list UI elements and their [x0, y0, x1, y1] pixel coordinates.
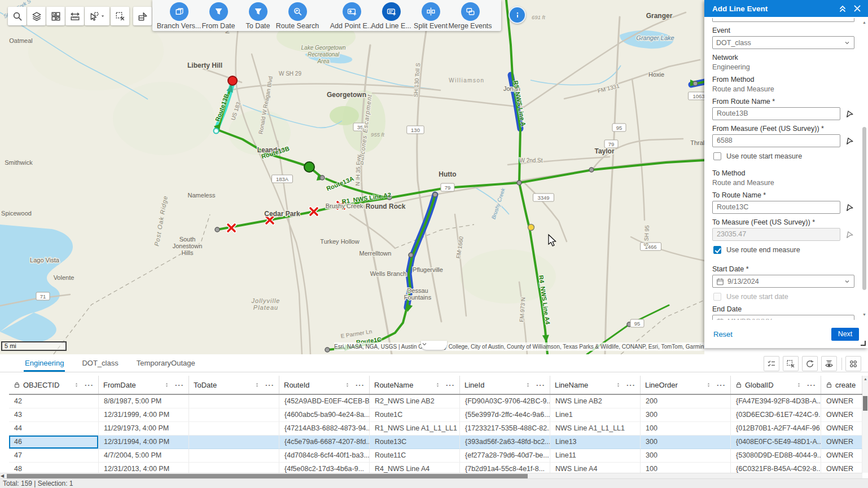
actions-button[interactable] [845, 356, 861, 371]
start-date-input[interactable]: 9/13/2024 [712, 275, 854, 288]
table-cell[interactable]: 200 [641, 395, 731, 408]
table-cell[interactable]: {7b2d91a4-55c8-4e1f-8... [460, 463, 550, 473]
table-cell[interactable]: 48 [9, 463, 99, 473]
from-route-name-input[interactable]: Route13B [712, 107, 840, 120]
table-cell[interactable]: NWS Line A1_L1_LL1 [550, 422, 641, 436]
column-header-RouteId[interactable]: RouteId··· [279, 376, 370, 394]
column-header-ToDate[interactable]: ToDate··· [189, 376, 279, 394]
table-cell[interactable]: OWNER [821, 436, 862, 449]
merge-events-button[interactable]: Merge Events [450, 2, 490, 30]
pick-on-map-icon[interactable] [845, 109, 854, 118]
use-route-end-measure-checkbox[interactable] [713, 246, 721, 254]
refresh-button[interactable] [802, 356, 818, 371]
show-visible-button[interactable] [821, 356, 837, 371]
table-cell[interactable]: OWNER [821, 463, 862, 473]
clear-selection-button[interactable] [783, 356, 799, 371]
from-measure-input[interactable]: 6588 [712, 134, 840, 147]
tab-dot_class[interactable]: DOT_class [81, 355, 119, 372]
table-cell[interactable] [189, 436, 279, 449]
table-cell[interactable]: {03D6EC3D-61E7-424C-9... [731, 408, 821, 422]
column-menu-icon[interactable]: ··· [446, 381, 455, 389]
pick-on-map-icon[interactable] [845, 136, 854, 146]
table-row[interactable]: 428/8/1987, 5:00 PM{452A9ABD-E0EF-4CEB-B… [9, 395, 862, 408]
column-header-GlobalID[interactable]: GlobalID··· [731, 376, 821, 394]
table-cell[interactable]: 4/7/2004, 5:00 PM [99, 449, 189, 463]
table-cell[interactable]: 44 [9, 422, 99, 436]
use-route-start-date-checkbox[interactable] [713, 293, 721, 301]
branch-version-button[interactable]: Branch Vers... [159, 2, 199, 30]
select-button[interactable] [85, 7, 109, 25]
reset-button[interactable]: Reset [713, 330, 733, 338]
tab-temporaryoutage[interactable]: TemporaryOutage [135, 355, 196, 372]
edit-tool-button[interactable] [133, 7, 152, 25]
table-row[interactable]: 474/7/2004, 5:00 PM{4d7084c8-6cf4-40f1-b… [9, 449, 862, 463]
table-cell[interactable]: 47 [9, 449, 99, 463]
table-cell[interactable]: Line13 [550, 436, 641, 449]
table-cell[interactable]: OWNER [821, 408, 862, 422]
table-cell[interactable]: {4d7084c8-6cf4-40f1-ba3... [279, 449, 370, 463]
table-cell[interactable]: 300 [641, 449, 731, 463]
column-menu-icon[interactable]: ··· [175, 381, 184, 389]
table-row[interactable]: 4612/31/1994, 4:00 PM{4c5e79a6-6687-4207… [9, 436, 862, 449]
table-cell[interactable]: 8/8/1987, 5:00 PM [99, 395, 189, 408]
column-header-FromDate[interactable]: FromDate··· [99, 376, 189, 394]
column-header-LineName[interactable]: LineName··· [550, 376, 641, 394]
table-cell[interactable]: Line1 [550, 408, 641, 422]
table-cell[interactable]: 300 [641, 436, 731, 449]
table-cell[interactable]: 11/29/1973, 4:00 PM [99, 422, 189, 436]
table-cell[interactable]: 300 [641, 408, 731, 422]
table-cell[interactable]: {FA47E394-92F8-4D3B-A... [731, 395, 821, 408]
column-menu-icon[interactable]: ··· [265, 381, 274, 389]
measure-button[interactable] [65, 7, 84, 25]
to-route-name-input[interactable]: Route13C [712, 201, 840, 214]
attribution-collapse-button[interactable] [421, 341, 447, 350]
basemap-button[interactable] [46, 7, 65, 25]
table-horizontal-scrollbar[interactable]: ◀ [0, 473, 862, 478]
to-measure-input[interactable]: 23035.47 [712, 228, 840, 241]
panel-scrollbar[interactable]: ▲ ▼ [862, 20, 867, 316]
table-cell[interactable]: {012B70B1-A2F7-4A4F-96... [731, 422, 821, 436]
column-menu-icon[interactable]: ··· [85, 381, 94, 389]
table-cell[interactable]: R2_NWS Line AB2 [370, 395, 460, 408]
column-header-create[interactable]: create [821, 376, 862, 394]
table-cell[interactable]: Route1C [370, 408, 460, 422]
table-cell[interactable] [189, 422, 279, 436]
table-cell[interactable]: {452A9ABD-E0EF-4CEB-B... [279, 395, 370, 408]
table-cell[interactable]: 100 [641, 463, 731, 473]
column-menu-icon[interactable]: ··· [626, 381, 635, 389]
split-event-button[interactable]: Split Event [411, 2, 450, 30]
close-icon[interactable] [852, 3, 862, 14]
table-cell[interactable] [189, 408, 279, 422]
table-cell[interactable]: NWS Line A4 [550, 463, 641, 473]
table-cell[interactable]: {ef277a28-79d6-40d7-be... [460, 449, 550, 463]
info-button[interactable] [508, 6, 526, 24]
table-cell[interactable] [189, 395, 279, 408]
column-header-OBJECTID[interactable]: OBJECTID··· [9, 376, 99, 394]
event-select[interactable]: DOT_class [712, 36, 854, 49]
table-row[interactable]: 4312/31/1999, 4:00 PM{4600abc5-ba90-4e24… [9, 408, 862, 422]
table-cell[interactable]: {393ad56f-2a63-48fd-bc2... [460, 436, 550, 449]
add-line-event-button[interactable]: Add Line E... [371, 2, 411, 30]
column-menu-icon[interactable]: ··· [356, 381, 365, 389]
table-cell[interactable]: 12/31/2013, 4:00 PM [99, 463, 189, 473]
tab-engineering[interactable]: Engineering [24, 355, 65, 372]
layers-button[interactable] [27, 7, 46, 25]
clear-selection-button[interactable] [111, 7, 129, 25]
column-header-RouteName[interactable]: RouteName··· [370, 376, 460, 394]
table-cell[interactable] [189, 449, 279, 463]
table-cell[interactable]: NWS Line AB2 [550, 395, 641, 408]
column-menu-icon[interactable]: ··· [807, 381, 816, 389]
table-cell[interactable]: 12/31/1994, 4:00 PM [99, 436, 189, 449]
table-cell[interactable]: OWNER [821, 422, 862, 436]
table-cell[interactable]: {FD90A03C-9706-42BC-9... [460, 395, 550, 408]
table-cell[interactable]: {4c5e79a6-6687-4207-8fd... [279, 436, 370, 449]
table-cell[interactable]: OWNER [821, 449, 862, 463]
use-route-start-measure-checkbox[interactable] [713, 152, 721, 160]
table-cell[interactable]: R4_NWS Line A4 [370, 463, 460, 473]
column-header-LineId[interactable]: LineId··· [460, 376, 550, 394]
table-cell[interactable]: R1_NWS Line A1_L1_LL1 [370, 422, 460, 436]
table-cell[interactable]: {6C0321F8-B45A-4C92-8... [731, 463, 821, 473]
table-cell[interactable] [189, 463, 279, 473]
panel-resize-handle[interactable] [861, 341, 866, 346]
column-menu-icon[interactable]: ··· [536, 381, 545, 389]
